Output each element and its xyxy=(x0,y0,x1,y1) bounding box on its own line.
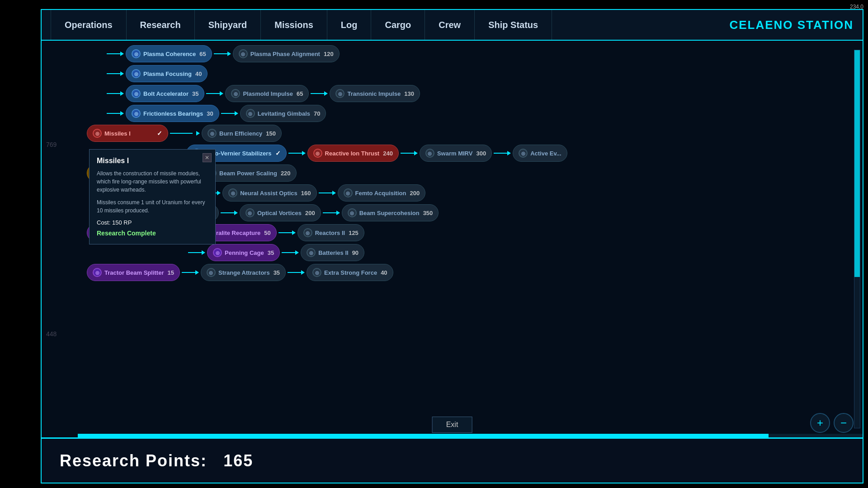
plasma-coherence-icon: ◎ xyxy=(132,49,141,58)
plasma-focusing-icon: ◎ xyxy=(132,69,141,78)
frictionless-icon: ◎ xyxy=(132,109,141,118)
bottom-bar: Research Points: 165 xyxy=(42,437,863,483)
arrow xyxy=(196,131,200,136)
node-frictionless[interactable]: ◎ Frictionless Bearings 30 xyxy=(126,105,219,122)
strange-icon: ◎ xyxy=(207,268,216,277)
exit-button[interactable]: Exit xyxy=(432,417,472,433)
tooltip-close-button[interactable]: ✕ xyxy=(203,153,212,162)
node-reactive-ion[interactable]: ◎ Reactive Ion Thrust 240 xyxy=(307,145,399,162)
node-plasma-focusing[interactable]: ◎ Plasma Focusing 40 xyxy=(126,65,208,82)
scrollbar-thumb[interactable] xyxy=(854,50,860,277)
active-ev-icon: ◎ xyxy=(519,149,528,158)
tooltip-desc1: Allows the construction of missile modul… xyxy=(97,169,208,194)
levitating-icon: ◎ xyxy=(246,109,255,118)
zoom-controls: + − xyxy=(810,413,854,433)
tooltip-title: Missiles I xyxy=(97,157,208,165)
beam-super-icon: ◎ xyxy=(348,208,357,217)
progress-bar-fill xyxy=(78,434,769,437)
node-neural-assist[interactable]: ◎ Neural Assist Optics 160 xyxy=(222,184,316,202)
row-plasma-focusing: ◎ Plasma Focusing 40 xyxy=(87,65,854,82)
progress-bar-container xyxy=(78,434,863,437)
penning-icon: ◎ xyxy=(213,248,222,257)
connector-line xyxy=(170,133,193,134)
nav-research[interactable]: Research xyxy=(127,10,195,40)
node-beam-supercohesion[interactable]: ◎ Beam Supercohesion 350 xyxy=(342,204,439,221)
research-points-value: 165 xyxy=(223,451,253,470)
arrow xyxy=(282,250,299,255)
nav-missions[interactable]: Missions xyxy=(261,10,327,40)
node-strange[interactable]: ◎ Strange Attractors 35 xyxy=(201,264,286,281)
scrollbar-track[interactable] xyxy=(854,50,860,428)
arrow xyxy=(107,91,124,96)
node-tractor-beam[interactable]: ◎ Tractor Beam Splitter 15 xyxy=(87,264,180,281)
extra-strong-icon: ◎ xyxy=(312,268,321,277)
arrow xyxy=(494,151,511,155)
tooltip-status: Research Complete xyxy=(97,230,208,237)
node-beam-power[interactable]: ◎ Beam Power Scaling 220 xyxy=(202,164,297,182)
burn-icon: ◎ xyxy=(208,129,217,138)
nav-log[interactable]: Log xyxy=(327,10,372,40)
arrow xyxy=(401,151,418,155)
zoom-out-button[interactable]: − xyxy=(834,413,854,433)
arrow xyxy=(319,191,336,195)
arrow xyxy=(288,270,305,275)
node-batteries-2[interactable]: ◎ Batteries II 90 xyxy=(301,244,364,261)
swarm-icon: ◎ xyxy=(425,149,434,158)
node-optical-vortices[interactable]: ◎ Optical Vortices 200 xyxy=(240,204,321,221)
node-penning[interactable]: ◎ Penning Cage 35 xyxy=(207,244,280,261)
femto-icon: ◎ xyxy=(344,188,353,197)
arrow xyxy=(182,270,199,275)
reactors-2-icon: ◎ xyxy=(303,228,312,237)
node-burn-efficiency[interactable]: ◎ Burn Efficiency 150 xyxy=(202,125,282,142)
bolt-icon: ◎ xyxy=(132,89,141,98)
arrow xyxy=(221,111,238,116)
node-femto[interactable]: ◎ Femto Acquisition 200 xyxy=(338,184,426,202)
node-swarm-mirv[interactable]: ◎ Swarm MIRV 300 xyxy=(420,145,492,162)
arrow xyxy=(107,71,124,76)
nav-cargo[interactable]: Cargo xyxy=(371,10,425,40)
transionic-icon: ◎ xyxy=(335,89,344,98)
arrow xyxy=(206,91,223,96)
side-numbers: 769 448 xyxy=(42,41,78,437)
arrow xyxy=(323,211,340,215)
arrow xyxy=(188,250,205,255)
node-plasma-phase[interactable]: ◎ Plasma Phase Alignment 120 xyxy=(233,45,340,62)
plasma-phase-icon: ◎ xyxy=(239,49,248,58)
node-plasmold[interactable]: ◎ Plasmold Impulse 65 xyxy=(225,85,309,102)
node-reactors-2[interactable]: ◎ Reactors II 125 xyxy=(297,224,364,241)
row-tractor: ◎ Tractor Beam Splitter 15 ◎ Strange Att… xyxy=(87,264,854,281)
nav-crew[interactable]: Crew xyxy=(425,10,475,40)
tractor-icon: ◎ xyxy=(93,268,102,277)
neural-icon: ◎ xyxy=(228,188,237,197)
tooltip-cost: Cost: 150 RP xyxy=(97,219,208,226)
node-bolt-accelerator[interactable]: ◎ Bolt Accelerator 35 xyxy=(126,85,204,102)
arrow xyxy=(107,52,124,56)
node-missiles-1[interactable]: ◎ Missiles I ✓ xyxy=(87,125,168,142)
optical-icon: ◎ xyxy=(245,208,255,217)
main-frame: Operations Research Shipyard Missions Lo… xyxy=(41,9,863,483)
node-transionic[interactable]: ◎ Transionic Impulse 130 xyxy=(330,85,420,102)
missiles-sub-row: ◎ Burn Efficiency 150 xyxy=(194,125,282,142)
row-penning: ◎ Penning Cage 35 ◎ Batteries II 90 xyxy=(87,244,854,261)
row-bolt: ◎ Bolt Accelerator 35 ◎ Plasmold Impulse… xyxy=(87,85,854,102)
batteries-icon: ◎ xyxy=(307,248,316,257)
arrow xyxy=(107,111,124,116)
station-title: CELAENO STATION xyxy=(729,18,854,32)
plasmold-icon: ◎ xyxy=(231,89,240,98)
node-active-ev[interactable]: ◎ Active Ev... xyxy=(513,145,567,162)
research-points-display: Research Points: 165 xyxy=(60,451,253,470)
arrow xyxy=(221,211,238,215)
nav-bar: Operations Research Shipyard Missions Lo… xyxy=(42,10,863,41)
row-plasma-coherence: ◎ Plasma Coherence 65 ◎ Plasma Phase Ali… xyxy=(87,45,854,62)
nav-shipyard[interactable]: Shipyard xyxy=(195,10,261,40)
row-missiles: ◎ Missiles I ✓ ◎ Burn Efficiency 150 xyxy=(87,125,854,142)
zoom-in-button[interactable]: + xyxy=(810,413,830,433)
arrow xyxy=(311,91,328,96)
node-levitating[interactable]: ◎ Levitating Gimbals 70 xyxy=(240,105,326,122)
node-extra-strong[interactable]: ◎ Extra Strong Force 40 xyxy=(307,264,393,281)
research-points-label: Research Points: xyxy=(60,451,207,470)
missiles-icon: ◎ xyxy=(93,129,102,138)
nav-ship-status[interactable]: Ship Status xyxy=(475,10,552,40)
node-plasma-coherence[interactable]: ◎ Plasma Coherence 65 xyxy=(126,45,212,62)
nav-operations[interactable]: Operations xyxy=(51,10,127,40)
